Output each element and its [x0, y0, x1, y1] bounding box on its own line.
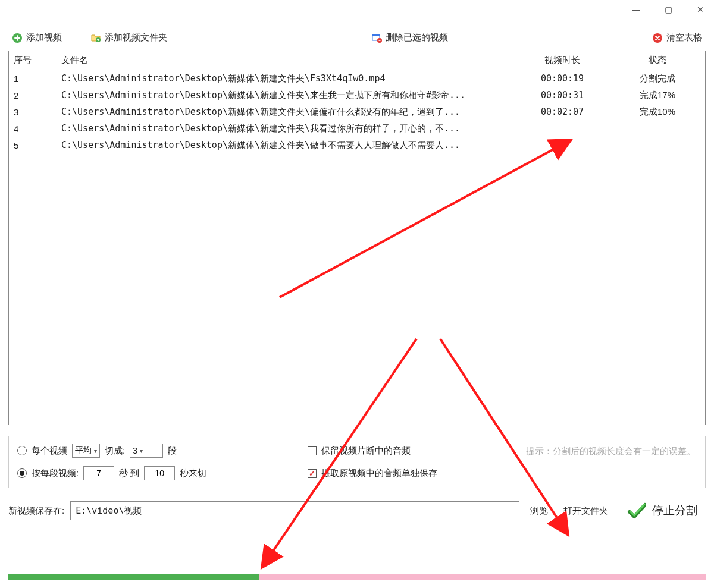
add-folder-label: 添加视频文件夹: [105, 32, 167, 43]
table-row[interactable]: 2C:\Users\Administrator\Desktop\新媒体\新建文件…: [9, 87, 705, 103]
segment-unit-label: 段: [168, 445, 177, 457]
maximize-button[interactable]: ▢: [659, 5, 677, 14]
cell-filename: C:\Users\Administrator\Desktop\新媒体\新建文件夹…: [57, 70, 515, 88]
clear-table-button[interactable]: 清空表格: [649, 31, 706, 45]
progress-bar: [8, 574, 706, 580]
stop-split-label: 停止分割: [652, 503, 697, 518]
progress-done: [8, 574, 259, 580]
cell-filename: C:\Users\Administrator\Desktop\新媒体\新建文件夹…: [57, 103, 515, 121]
keep-audio-label: 保留视频片断中的音频: [321, 445, 411, 457]
extract-audio-checkbox[interactable]: [308, 469, 317, 478]
seconds-from-input[interactable]: [83, 466, 114, 480]
col-index[interactable]: 序号: [9, 51, 57, 70]
table-row[interactable]: 1C:\Users\Administrator\Desktop\新媒体\新建文件…: [9, 70, 705, 87]
avg-select-value: 平均: [75, 445, 92, 456]
extract-audio-label: 提取原视频中的音频单独保存: [321, 468, 437, 479]
browse-button[interactable]: 浏览: [525, 502, 553, 520]
cell-status: 完成17%: [610, 86, 705, 105]
clear-icon: [652, 33, 663, 43]
window-titlebar: — ▢ ✕: [0, 0, 714, 19]
bottom-panel: 新视频保存在: E:\video\视频 浏览 打开文件夹 停止分割: [8, 499, 706, 523]
cell-filename: C:\Users\Administrator\Desktop\新媒体\新建文件夹…: [57, 86, 515, 105]
table-row[interactable]: 5C:\Users\Administrator\Desktop\新媒体\新建文件…: [9, 137, 705, 153]
sec-to-label: 秒 到: [119, 468, 139, 479]
col-filename[interactable]: 文件名: [57, 51, 515, 70]
delete-selected-label: 删除已选的视频: [386, 32, 448, 43]
segment-count-select[interactable]: 3 ▾: [130, 444, 163, 458]
progress-remaining: [259, 574, 706, 580]
folder-plus-icon: [90, 33, 101, 43]
mode-each-video-radio[interactable]: [17, 446, 27, 455]
cell-status: 分割完成: [610, 70, 705, 88]
open-folder-button[interactable]: 打开文件夹: [559, 502, 613, 520]
avg-select[interactable]: 平均 ▾: [72, 444, 100, 458]
cell-status: [610, 125, 705, 132]
cell-duration: 00:00:31: [515, 86, 610, 104]
col-status[interactable]: 状态: [610, 51, 705, 70]
col-duration[interactable]: 视频时长: [515, 51, 610, 70]
cell-index: 2: [9, 87, 57, 104]
minimize-button[interactable]: —: [627, 5, 645, 14]
save-path-label: 新视频保存在:: [8, 505, 64, 517]
sec-unit-label: 秒来切: [180, 468, 206, 479]
stop-split-button[interactable]: 停止分割: [619, 499, 706, 523]
seconds-to-input[interactable]: [144, 466, 175, 480]
cell-filename: C:\Users\Administrator\Desktop\新媒体\新建文件夹…: [57, 136, 515, 155]
cell-filename: C:\Users\Administrator\Desktop\新媒体\新建文件夹…: [57, 120, 515, 138]
table-row[interactable]: 4C:\Users\Administrator\Desktop\新媒体\新建文件…: [9, 120, 705, 137]
add-folder-button[interactable]: 添加视频文件夹: [87, 31, 171, 45]
save-path-input[interactable]: E:\video\视频: [70, 501, 519, 520]
plus-circle-icon: [12, 33, 23, 43]
table-row[interactable]: 3C:\Users\Administrator\Desktop\新媒体\新建文件…: [9, 103, 705, 120]
add-video-label: 添加视频: [26, 32, 62, 43]
cell-duration: 00:00:19: [515, 70, 610, 87]
cut-as-label: 切成:: [105, 445, 125, 457]
svg-rect-3: [372, 34, 380, 36]
checkmark-icon: [627, 501, 646, 520]
cell-index: 3: [9, 103, 57, 121]
options-panel: 每个视频 平均 ▾ 切成: 3 ▾ 段 保留视频片断中的音频 按每段视频: 秒 …: [8, 436, 706, 488]
hint-text: 提示：分割后的视频长度会有一定的误差。: [526, 446, 696, 457]
video-table: 序号 文件名 视频时长 状态 1C:\Users\Administrator\D…: [8, 51, 706, 425]
save-path-value: E:\video\视频: [76, 505, 142, 517]
clear-table-label: 清空表格: [666, 32, 702, 43]
cell-index: 5: [9, 137, 57, 154]
cell-duration: [515, 125, 610, 132]
cell-index: 1: [9, 70, 57, 87]
table-header: 序号 文件名 视频时长 状态: [9, 51, 705, 70]
toolbar: 添加视频 添加视频文件夹 删除已选的视频 清空表格: [0, 19, 714, 51]
table-body: 1C:\Users\Administrator\Desktop\新媒体\新建文件…: [9, 70, 705, 153]
chevron-down-icon: ▾: [94, 448, 97, 454]
cell-duration: [515, 142, 610, 149]
segment-count-value: 3: [133, 446, 137, 455]
keep-audio-checkbox[interactable]: [308, 446, 317, 455]
window-delete-icon: [371, 33, 382, 43]
close-button[interactable]: ✕: [691, 5, 709, 14]
mode2-label: 按每段视频:: [32, 468, 79, 479]
mode1-label: 每个视频: [32, 445, 67, 457]
add-video-button[interactable]: 添加视频: [8, 31, 65, 45]
cell-status: [610, 142, 705, 149]
delete-selected-button[interactable]: 删除已选的视频: [368, 31, 452, 45]
cell-status: 完成10%: [610, 103, 705, 121]
chevron-down-icon: ▾: [140, 448, 143, 454]
cell-index: 4: [9, 120, 57, 137]
mode-per-segment-radio[interactable]: [17, 468, 27, 478]
cell-duration: 00:02:07: [515, 103, 610, 121]
